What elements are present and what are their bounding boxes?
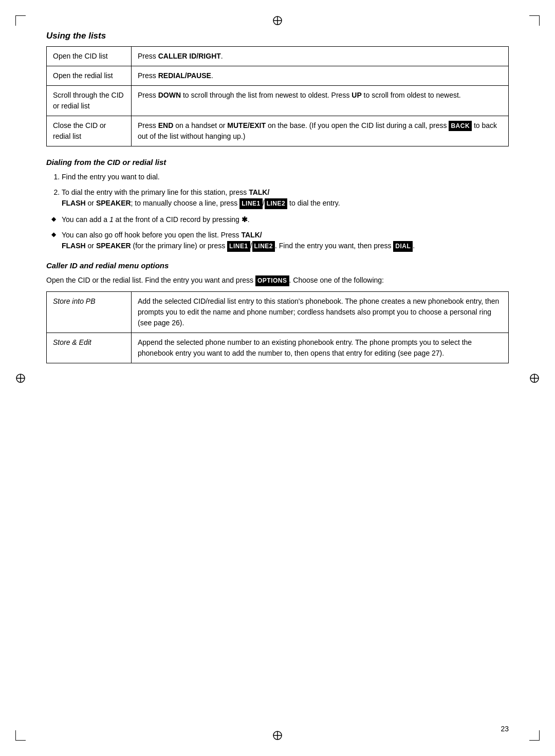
table-row: Close the CID or redial list Press END o… bbox=[47, 116, 509, 146]
table-cell-content: Press CALLER ID/RIGHT. bbox=[132, 47, 509, 66]
table-cell-label-store-pb: Store into PB bbox=[47, 291, 132, 333]
key-caller-id-right: CALLER ID/RIGHT bbox=[158, 52, 221, 60]
key-speaker-2: SPEAKER bbox=[96, 242, 131, 250]
dialing-section-heading: Dialing from the CID or redial list bbox=[46, 158, 509, 167]
corner-mark-top-left bbox=[15, 15, 26, 26]
corner-mark-top-right bbox=[529, 15, 540, 26]
table-row: Open the redial list Press REDIAL/PAUSE. bbox=[47, 66, 509, 86]
using-the-lists-heading: Using the lists bbox=[46, 31, 509, 41]
dialing-bullets-list: You can add a 1 at the front of a CID re… bbox=[51, 214, 509, 252]
dialing-steps-list: Find the entry you want to dial. To dial… bbox=[62, 172, 509, 209]
key-line2: LINE2 bbox=[265, 198, 288, 209]
key-redial-pause: REDIAL/PAUSE bbox=[158, 71, 211, 80]
table-cell-label: Close the CID or redial list bbox=[47, 116, 132, 146]
corner-mark-bottom-right bbox=[529, 730, 540, 741]
compass-bottom bbox=[271, 729, 284, 742]
table-row: Store & Edit Append the selected phone n… bbox=[47, 333, 509, 363]
list-item: You can also go off hook before you open… bbox=[51, 230, 509, 252]
key-back: BACK bbox=[449, 121, 472, 131]
table-cell-content-store-edit: Append the selected phone number to an e… bbox=[132, 333, 509, 363]
list-item: Find the entry you want to dial. bbox=[62, 172, 509, 183]
page-number: 23 bbox=[501, 725, 509, 733]
table-cell-label-store-edit: Store & Edit bbox=[47, 333, 132, 363]
table-cell-content: Press DOWN to scroll through the list fr… bbox=[132, 86, 509, 116]
using-the-lists-table: Open the CID list Press CALLER ID/RIGHT.… bbox=[46, 46, 509, 146]
compass-top bbox=[271, 14, 284, 27]
table-row: Scroll through the CID or redial list Pr… bbox=[47, 86, 509, 116]
key-mute-exit: MUTE/EXIT bbox=[227, 121, 266, 130]
key-line1: LINE1 bbox=[239, 198, 263, 209]
key-down: DOWN bbox=[158, 91, 181, 99]
table-row: Store into PB Add the selected CID/redia… bbox=[47, 291, 509, 333]
table-row: Open the CID list Press CALLER ID/RIGHT. bbox=[47, 47, 509, 66]
key-dial: DIAL bbox=[393, 241, 413, 252]
key-speaker: SPEAKER bbox=[96, 199, 131, 207]
key-line1-2: LINE1 bbox=[227, 241, 250, 252]
table-cell-content: Press END on a handset or MUTE/EXIT on t… bbox=[132, 116, 509, 146]
key-star: ✱ bbox=[242, 215, 248, 224]
table-cell-content: Press REDIAL/PAUSE. bbox=[132, 66, 509, 86]
page-container: Using the lists Open the CID list Press … bbox=[0, 0, 555, 756]
key-talk-flash: TALK/FLASH bbox=[62, 188, 269, 208]
corner-mark-bottom-left bbox=[15, 730, 26, 741]
list-item: To dial the entry with the primary line … bbox=[62, 187, 509, 209]
compass-left bbox=[14, 372, 27, 384]
key-line2-2: LINE2 bbox=[252, 241, 275, 252]
table-cell-label: Open the redial list bbox=[47, 66, 132, 86]
list-item: You can add a 1 at the front of a CID re… bbox=[51, 214, 509, 226]
table-cell-content-store-pb: Add the selected CID/redial list entry t… bbox=[132, 291, 509, 333]
table-cell-label: Scroll through the CID or redial list bbox=[47, 86, 132, 116]
key-options: OPTIONS bbox=[255, 275, 289, 286]
options-intro-text: Open the CID or the redial list. Find th… bbox=[46, 275, 509, 286]
caller-id-options-table: Store into PB Add the selected CID/redia… bbox=[46, 291, 509, 363]
compass-right bbox=[528, 372, 541, 384]
caller-id-section-heading: Caller ID and redial menu options bbox=[46, 261, 509, 270]
table-cell-label: Open the CID list bbox=[47, 47, 132, 66]
key-up: UP bbox=[351, 91, 361, 99]
key-end: END bbox=[158, 121, 174, 130]
